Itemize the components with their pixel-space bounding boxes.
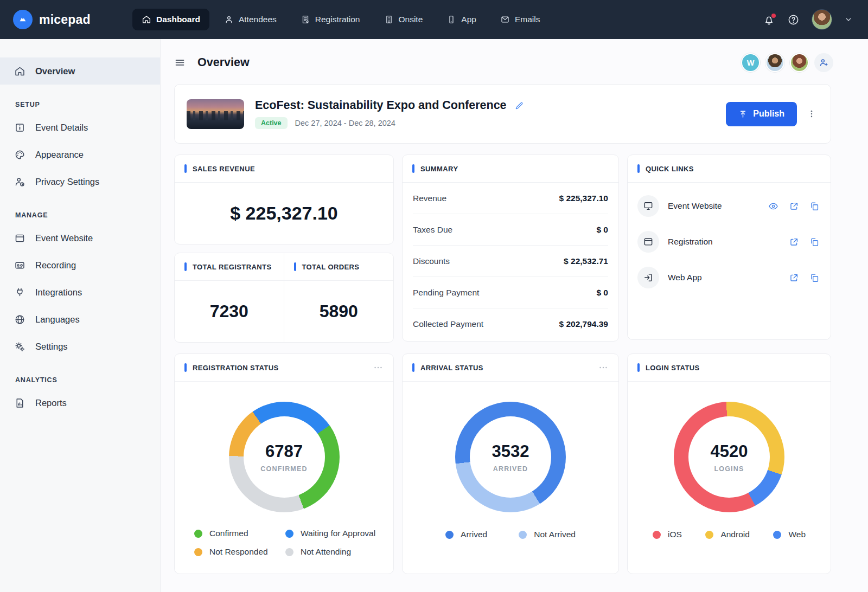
- info-square-icon: [14, 122, 25, 133]
- plug-icon: [14, 287, 25, 298]
- upload-icon: [738, 110, 748, 119]
- legend-item: Android: [705, 530, 749, 539]
- person-icon: [224, 15, 234, 24]
- top-navbar: micepad Dashboard Attendees Registration…: [0, 0, 868, 39]
- recording-icon: [14, 260, 25, 271]
- sidebar-item-integrations[interactable]: Integrations: [0, 279, 160, 306]
- nav-onsite[interactable]: Onsite: [375, 9, 432, 30]
- copy-icon[interactable]: [809, 201, 820, 211]
- nav-attendees[interactable]: Attendees: [215, 9, 286, 30]
- quick-links-card: QUICK LINKS Event Website: [627, 155, 831, 340]
- sidebar-item-privacy-settings[interactable]: Privacy Settings: [0, 168, 160, 195]
- monitor-icon: [637, 195, 659, 217]
- event-card: EcoFest: Sustainability Expo and Confere…: [174, 84, 831, 144]
- user-avatar[interactable]: [812, 9, 832, 30]
- legend-dot: [285, 530, 293, 538]
- building-icon: [384, 15, 394, 24]
- collaborator-avatar-w[interactable]: W: [741, 53, 760, 72]
- accent-bar: [412, 363, 414, 372]
- sidebar-item-event-website[interactable]: Event Website: [0, 224, 160, 252]
- totals-card: TOTAL REGISTRANTS 7230 TOTAL ORDERS 5890: [174, 253, 394, 343]
- legend-dot: [194, 548, 202, 556]
- nav-dashboard[interactable]: Dashboard: [132, 9, 209, 30]
- sidebar-item-reports[interactable]: Reports: [0, 389, 160, 416]
- legend-dot: [653, 531, 661, 539]
- arrival-status-card: ARRIVAL STATUS 3532 ARRIVED: [402, 353, 619, 574]
- status-badge: Active: [255, 117, 288, 129]
- event-thumbnail: [187, 99, 244, 129]
- legend-dot: [705, 531, 713, 539]
- donut-center-label: ARRIVED: [493, 465, 528, 473]
- summary-row: Taxes Due $ 0: [413, 214, 608, 246]
- card-title: SALES REVENUE: [193, 165, 255, 173]
- report-icon: [14, 397, 25, 409]
- summary-row: Collected Payment $ 202,794.39: [413, 308, 608, 340]
- accent-bar: [412, 164, 414, 173]
- total-registrants-value: 7230: [175, 281, 284, 342]
- nav-emails[interactable]: Emails: [491, 9, 550, 30]
- accent-bar: [637, 164, 640, 173]
- legend-dot: [445, 531, 454, 539]
- user-lock-icon: [14, 176, 25, 188]
- brand[interactable]: micepad: [13, 10, 132, 29]
- publish-button[interactable]: Publish: [726, 102, 797, 126]
- sidebar-item-settings[interactable]: Settings: [0, 333, 160, 360]
- add-collaborator-button[interactable]: [814, 53, 833, 72]
- help-icon[interactable]: [787, 14, 800, 26]
- card-title: QUICK LINKS: [646, 165, 694, 173]
- copy-icon[interactable]: [809, 237, 820, 247]
- palette-icon: [14, 149, 25, 160]
- accent-bar: [184, 164, 187, 173]
- nav-app[interactable]: App: [437, 9, 486, 30]
- sidebar-heading-analytics: ANALYTICS: [15, 376, 160, 384]
- registration-doc-icon: [301, 15, 310, 24]
- envelope-icon: [500, 15, 510, 24]
- external-link-icon[interactable]: [789, 237, 799, 247]
- sidebar-item-event-details[interactable]: Event Details: [0, 114, 160, 141]
- donut-center-label: CONFIRMED: [260, 465, 308, 473]
- collaborator-avatar[interactable]: [765, 53, 784, 72]
- sidebar-item-overview[interactable]: Overview: [0, 57, 160, 85]
- external-link-icon[interactable]: [789, 273, 799, 283]
- summary-row: Discounts $ 22,532.71: [413, 246, 608, 277]
- quick-link-event-website: Event Website: [628, 188, 831, 224]
- sidebar-item-recording[interactable]: Recording: [0, 252, 160, 279]
- copy-icon[interactable]: [809, 273, 820, 283]
- external-link-icon[interactable]: [789, 201, 799, 211]
- edit-pencil-icon[interactable]: [514, 101, 524, 111]
- donut-center-label: LOGINS: [714, 465, 744, 473]
- legend-item: Not Attending: [285, 547, 393, 557]
- notification-dot: [771, 14, 776, 18]
- quick-link-registration: Registration: [628, 224, 831, 260]
- card-title: TOTAL ORDERS: [302, 263, 360, 271]
- chevron-down-icon[interactable]: [844, 15, 853, 24]
- browser-window-icon: [14, 233, 25, 244]
- collapse-sidebar-icon[interactable]: [174, 57, 186, 68]
- legend-dot: [194, 530, 202, 538]
- card-menu-icon[interactable]: [598, 362, 609, 373]
- legend-item: iOS: [653, 530, 682, 539]
- home-icon: [142, 15, 151, 24]
- sidebar-item-appearance[interactable]: Appearance: [0, 141, 160, 168]
- quick-link-web-app: Web App: [628, 260, 831, 295]
- globe-icon: [14, 314, 25, 325]
- notifications-bell-icon[interactable]: [763, 14, 775, 26]
- legend-dot: [773, 531, 781, 539]
- phone-icon: [446, 15, 456, 24]
- collaborator-avatar[interactable]: [790, 53, 809, 72]
- legend-item: Waiting for Approval: [285, 529, 393, 538]
- preview-eye-icon[interactable]: [768, 201, 778, 211]
- primary-nav: Dashboard Attendees Registration Onsite …: [132, 9, 549, 30]
- sidebar-item-languages[interactable]: Languages: [0, 306, 160, 333]
- card-menu-icon[interactable]: [373, 362, 384, 373]
- micepad-logo-icon: [13, 10, 33, 29]
- nav-registration[interactable]: Registration: [291, 9, 369, 30]
- sidebar: Overview SETUP Event Details Appearance …: [0, 39, 161, 592]
- card-title: LOGIN STATUS: [646, 364, 700, 372]
- person-plus-icon: [819, 57, 829, 68]
- donut-center-value: 6787: [265, 442, 303, 461]
- total-orders-value: 5890: [284, 281, 394, 342]
- accent-bar: [637, 363, 640, 372]
- card-title: TOTAL REGISTRANTS: [193, 263, 271, 271]
- kebab-menu-icon[interactable]: [807, 109, 816, 119]
